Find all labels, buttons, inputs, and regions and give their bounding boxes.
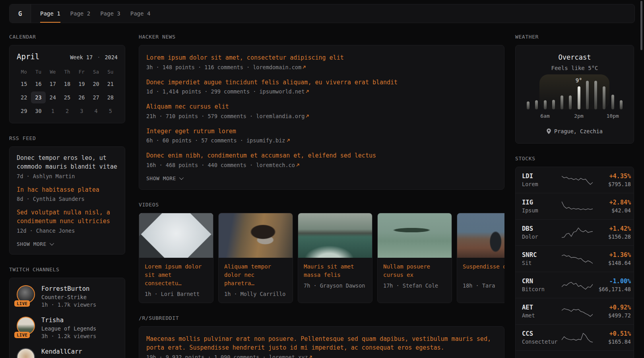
subreddit-item-title[interactable]: Maecenas mollis pulvinar erat non posuer… xyxy=(146,335,497,352)
stock-row[interactable]: CCS Consectetur +0.51% $165.84 xyxy=(516,324,634,350)
calendar-day[interactable]: 4 xyxy=(89,105,103,117)
video-title[interactable]: Suspendisse diam xyxy=(463,263,504,279)
twitch-channel-game: League of Legends xyxy=(41,325,96,332)
calendar-day[interactable]: 29 xyxy=(17,105,31,117)
video-title[interactable]: Lorem ipsum dolor sit amet consectetu… xyxy=(145,263,208,288)
calendar-day[interactable]: 16 xyxy=(31,78,45,90)
live-badge: LIVE xyxy=(14,300,30,307)
calendar-day[interactable]: 22 xyxy=(17,91,31,103)
calendar-day[interactable]: 23 xyxy=(31,91,45,103)
video-card[interactable]: Lorem ipsum dolor sit amet consectetu… 1… xyxy=(139,213,213,303)
stock-sparkline xyxy=(562,253,593,265)
video-title[interactable]: Nullam posuere cursus ex xyxy=(383,263,446,279)
weather-hour-cell xyxy=(620,113,623,119)
calendar-day[interactable]: 24 xyxy=(46,91,60,103)
calendar-day[interactable]: 21 xyxy=(103,78,118,90)
hackernews-item-title[interactable]: Aliquam nec cursus elit xyxy=(146,102,497,111)
weather-location-row: Prague, Czechia xyxy=(522,128,627,134)
calendar-day[interactable]: 27 xyxy=(89,91,103,103)
stock-name: Ipsum xyxy=(522,207,562,214)
hackernews-item-meta[interactable]: 3h · 148 points · 116 comments · loremdo… xyxy=(146,64,497,70)
twitch-channel-row[interactable]: LIVE ForrestBurton Counter-Strike 1h · 1… xyxy=(17,285,118,308)
twitch-widget: LIVE ForrestBurton Counter-Strike 1h · 1… xyxy=(9,278,125,358)
calendar-day[interactable]: 15 xyxy=(17,78,31,90)
stock-row[interactable]: AET Amet +0.92% $499.72 xyxy=(516,298,634,324)
video-card[interactable]: Suspendisse diam 18h · Tara xyxy=(457,213,504,303)
page-tab[interactable]: Page 3 xyxy=(100,4,120,23)
stock-row[interactable]: AHS +0.46% xyxy=(516,350,634,358)
stock-sparkline xyxy=(562,279,593,292)
video-info: Lorem ipsum dolor sit amet consectetu… 1… xyxy=(139,258,213,303)
hackernews-item-title[interactable]: Donec enim nibh, condimentum et accumsan… xyxy=(146,151,497,160)
video-thumbnail[interactable] xyxy=(139,213,213,258)
calendar-day[interactable]: 1 xyxy=(46,105,60,117)
video-title[interactable]: Aliquam tempor dolor nec pharetra… xyxy=(224,263,287,288)
hackernews-item-title[interactable]: Lorem ipsum dolor sit amet, consectetur … xyxy=(146,53,497,62)
stock-symbol: DBS xyxy=(522,225,562,232)
page-tab[interactable]: Page 4 xyxy=(130,4,151,23)
hackernews-item-meta[interactable]: 6h · 60 points · 57 comments · ipsumify.… xyxy=(146,137,497,144)
video-thumbnail[interactable] xyxy=(378,213,452,258)
calendar-day[interactable]: 19 xyxy=(74,78,89,90)
weather-bar xyxy=(586,81,589,109)
vertical-scrollbar-thumb[interactable] xyxy=(640,1,642,50)
calendar-day[interactable]: 17 xyxy=(46,78,60,90)
video-card[interactable]: Aliquam tempor dolor nec pharetra… 1h · … xyxy=(218,213,293,303)
hackernews-item-meta[interactable]: 21h · 710 points · 579 comments · loreml… xyxy=(146,113,497,119)
page-tab[interactable]: Page 2 xyxy=(70,4,91,23)
external-link-icon xyxy=(305,88,309,95)
video-card[interactable]: Nullam posuere cursus ex 17h · Stefan Co… xyxy=(377,213,452,303)
subreddit-item-meta[interactable]: 19h · 9,932 points · 1,090 comments · lo… xyxy=(146,354,497,358)
rss-show-more-button[interactable]: SHOW MORE xyxy=(17,241,118,247)
stock-row[interactable]: IIG Ipsum +2.84% $42.04 xyxy=(516,193,634,219)
calendar-day[interactable]: 26 xyxy=(74,91,89,103)
stock-row[interactable]: DBS Dolor +1.42% $156.28 xyxy=(516,219,634,245)
stock-row[interactable]: LDI Lorem +4.35% $795.18 xyxy=(516,167,634,193)
calendar-day[interactable]: 25 xyxy=(60,91,74,103)
calendar-weekday: Su xyxy=(103,67,118,76)
twitch-channel-name[interactable]: ForrestBurton xyxy=(41,285,96,292)
twitch-channel-name[interactable]: Trisha xyxy=(41,317,96,324)
weather-hour-cell xyxy=(552,113,555,119)
stock-symbol: CCS xyxy=(522,330,562,337)
calendar-day[interactable]: 28 xyxy=(103,91,118,103)
calendar-day[interactable]: 30 xyxy=(31,105,45,117)
twitch-channel-row[interactable]: LIVE KendallCarr xyxy=(17,348,118,358)
hackernews-item-title[interactable]: Donec imperdiet augue tincidunt felis al… xyxy=(146,78,497,87)
video-thumbnail[interactable] xyxy=(219,213,293,258)
stock-sparkline xyxy=(562,331,593,344)
stock-row[interactable]: CRN Bitcorn -1.00% $66,171.48 xyxy=(516,272,634,298)
calendar-day[interactable]: 5 xyxy=(103,105,118,117)
twitch-channel-name[interactable]: KendallCarr xyxy=(41,348,82,355)
weather-bars: 9° xyxy=(526,81,623,109)
hackernews-show-more-button[interactable]: SHOW MORE xyxy=(146,175,497,181)
video-thumbnail[interactable] xyxy=(298,213,372,258)
hackernews-item: Donec imperdiet augue tincidunt felis al… xyxy=(146,78,497,95)
rss-item-title[interactable]: In hac habitasse platea xyxy=(17,186,118,195)
calendar-day[interactable]: 3 xyxy=(74,105,89,117)
hackernews-item-meta[interactable]: 1d · 1,414 points · 299 comments · ipsum… xyxy=(146,88,497,95)
twitch-avatar: LIVE xyxy=(17,317,35,335)
calendar-day[interactable]: 2 xyxy=(60,105,74,117)
video-thumbnail[interactable] xyxy=(457,213,504,258)
stock-row[interactable]: SNRC Sit +1.36% $148.64 xyxy=(516,245,634,272)
video-title[interactable]: Mauris sit amet massa felis xyxy=(304,263,367,279)
video-card[interactable]: Mauris sit amet massa felis 7h · Grayson… xyxy=(298,213,372,303)
hackernews-item-title[interactable]: Integer eget rutrum lorem xyxy=(146,127,497,136)
stock-symbol: CRN xyxy=(522,278,562,285)
video-info: Nullam posuere cursus ex 17h · Stefan Co… xyxy=(378,258,452,294)
external-link-icon xyxy=(302,64,306,70)
hackernews-item-meta[interactable]: 16h · 468 points · 440 comments · loremt… xyxy=(146,162,497,168)
page-tab[interactable]: Page 1 xyxy=(40,4,60,23)
rss-item-title[interactable]: Sed volutpat nulla nisl, a condimentum n… xyxy=(17,208,118,226)
twitch-channel-row[interactable]: LIVE Trisha League of Legends 3h · 1.2k … xyxy=(17,317,118,339)
stocks-widget: LDI Lorem +4.35% $795.18 xyxy=(515,167,634,358)
calendar-day[interactable]: 20 xyxy=(89,78,103,90)
weather-hour-cell: 6am xyxy=(544,113,547,119)
weather-location: Prague, Czechia xyxy=(554,128,603,134)
rss-item-title[interactable]: Donec tempor eros leo, ut commodo mauris… xyxy=(17,154,118,171)
app-logo[interactable]: G xyxy=(10,4,31,23)
calendar-day[interactable]: 18 xyxy=(60,78,74,90)
video-info: Suspendisse diam 18h · Tara xyxy=(457,258,504,294)
dashboard-columns: CALENDAR April Week 17 · 2024 MoTuWeThFr… xyxy=(9,34,635,358)
